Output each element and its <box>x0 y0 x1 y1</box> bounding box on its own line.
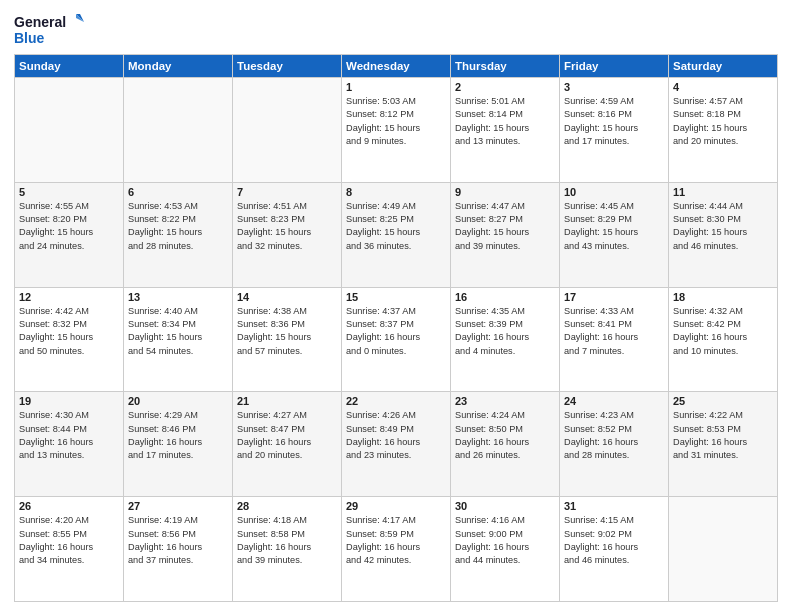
day-number: 19 <box>19 395 119 407</box>
calendar-week-row: 1Sunrise: 5:03 AM Sunset: 8:12 PM Daylig… <box>15 78 778 183</box>
day-number: 5 <box>19 186 119 198</box>
day-number: 22 <box>346 395 446 407</box>
day-number: 16 <box>455 291 555 303</box>
day-info: Sunrise: 4:47 AM Sunset: 8:27 PM Dayligh… <box>455 200 555 253</box>
svg-text:Blue: Blue <box>14 30 45 46</box>
page: General Blue SundayMondayTuesdayWednesda… <box>0 0 792 612</box>
calendar-cell: 2Sunrise: 5:01 AM Sunset: 8:14 PM Daylig… <box>451 78 560 183</box>
calendar-cell: 7Sunrise: 4:51 AM Sunset: 8:23 PM Daylig… <box>233 182 342 287</box>
calendar-cell: 22Sunrise: 4:26 AM Sunset: 8:49 PM Dayli… <box>342 392 451 497</box>
day-info: Sunrise: 4:44 AM Sunset: 8:30 PM Dayligh… <box>673 200 773 253</box>
calendar-body: 1Sunrise: 5:03 AM Sunset: 8:12 PM Daylig… <box>15 78 778 602</box>
calendar-cell: 12Sunrise: 4:42 AM Sunset: 8:32 PM Dayli… <box>15 287 124 392</box>
calendar-cell: 8Sunrise: 4:49 AM Sunset: 8:25 PM Daylig… <box>342 182 451 287</box>
day-number: 29 <box>346 500 446 512</box>
day-number: 12 <box>19 291 119 303</box>
calendar-table: SundayMondayTuesdayWednesdayThursdayFrid… <box>14 54 778 602</box>
col-header-thursday: Thursday <box>451 55 560 78</box>
calendar-week-row: 19Sunrise: 4:30 AM Sunset: 8:44 PM Dayli… <box>15 392 778 497</box>
day-number: 20 <box>128 395 228 407</box>
calendar-cell <box>15 78 124 183</box>
calendar-cell: 18Sunrise: 4:32 AM Sunset: 8:42 PM Dayli… <box>669 287 778 392</box>
day-info: Sunrise: 4:37 AM Sunset: 8:37 PM Dayligh… <box>346 305 446 358</box>
calendar-cell <box>669 497 778 602</box>
day-number: 10 <box>564 186 664 198</box>
day-number: 13 <box>128 291 228 303</box>
day-number: 27 <box>128 500 228 512</box>
day-info: Sunrise: 4:15 AM Sunset: 9:02 PM Dayligh… <box>564 514 664 567</box>
day-info: Sunrise: 5:03 AM Sunset: 8:12 PM Dayligh… <box>346 95 446 148</box>
day-number: 28 <box>237 500 337 512</box>
day-info: Sunrise: 4:18 AM Sunset: 8:58 PM Dayligh… <box>237 514 337 567</box>
day-number: 21 <box>237 395 337 407</box>
day-info: Sunrise: 4:55 AM Sunset: 8:20 PM Dayligh… <box>19 200 119 253</box>
calendar-cell: 9Sunrise: 4:47 AM Sunset: 8:27 PM Daylig… <box>451 182 560 287</box>
calendar-cell: 26Sunrise: 4:20 AM Sunset: 8:55 PM Dayli… <box>15 497 124 602</box>
day-info: Sunrise: 4:57 AM Sunset: 8:18 PM Dayligh… <box>673 95 773 148</box>
day-number: 15 <box>346 291 446 303</box>
day-info: Sunrise: 4:20 AM Sunset: 8:55 PM Dayligh… <box>19 514 119 567</box>
day-info: Sunrise: 4:40 AM Sunset: 8:34 PM Dayligh… <box>128 305 228 358</box>
calendar-week-row: 12Sunrise: 4:42 AM Sunset: 8:32 PM Dayli… <box>15 287 778 392</box>
calendar-cell: 27Sunrise: 4:19 AM Sunset: 8:56 PM Dayli… <box>124 497 233 602</box>
day-info: Sunrise: 4:24 AM Sunset: 8:50 PM Dayligh… <box>455 409 555 462</box>
calendar-cell <box>124 78 233 183</box>
logo-svg: General Blue <box>14 10 84 48</box>
calendar-cell: 6Sunrise: 4:53 AM Sunset: 8:22 PM Daylig… <box>124 182 233 287</box>
calendar-cell: 3Sunrise: 4:59 AM Sunset: 8:16 PM Daylig… <box>560 78 669 183</box>
day-info: Sunrise: 4:29 AM Sunset: 8:46 PM Dayligh… <box>128 409 228 462</box>
calendar-cell: 16Sunrise: 4:35 AM Sunset: 8:39 PM Dayli… <box>451 287 560 392</box>
day-number: 9 <box>455 186 555 198</box>
day-info: Sunrise: 4:22 AM Sunset: 8:53 PM Dayligh… <box>673 409 773 462</box>
calendar-cell: 28Sunrise: 4:18 AM Sunset: 8:58 PM Dayli… <box>233 497 342 602</box>
day-info: Sunrise: 4:59 AM Sunset: 8:16 PM Dayligh… <box>564 95 664 148</box>
header: General Blue <box>14 10 778 48</box>
calendar-header-row: SundayMondayTuesdayWednesdayThursdayFrid… <box>15 55 778 78</box>
calendar-cell: 25Sunrise: 4:22 AM Sunset: 8:53 PM Dayli… <box>669 392 778 497</box>
day-number: 11 <box>673 186 773 198</box>
calendar-week-row: 5Sunrise: 4:55 AM Sunset: 8:20 PM Daylig… <box>15 182 778 287</box>
day-number: 3 <box>564 81 664 93</box>
calendar-cell: 4Sunrise: 4:57 AM Sunset: 8:18 PM Daylig… <box>669 78 778 183</box>
day-number: 7 <box>237 186 337 198</box>
day-number: 17 <box>564 291 664 303</box>
day-number: 18 <box>673 291 773 303</box>
calendar-cell: 31Sunrise: 4:15 AM Sunset: 9:02 PM Dayli… <box>560 497 669 602</box>
calendar-cell: 1Sunrise: 5:03 AM Sunset: 8:12 PM Daylig… <box>342 78 451 183</box>
day-info: Sunrise: 4:26 AM Sunset: 8:49 PM Dayligh… <box>346 409 446 462</box>
day-number: 6 <box>128 186 228 198</box>
day-number: 25 <box>673 395 773 407</box>
calendar-cell: 15Sunrise: 4:37 AM Sunset: 8:37 PM Dayli… <box>342 287 451 392</box>
day-info: Sunrise: 4:33 AM Sunset: 8:41 PM Dayligh… <box>564 305 664 358</box>
day-number: 8 <box>346 186 446 198</box>
calendar-week-row: 26Sunrise: 4:20 AM Sunset: 8:55 PM Dayli… <box>15 497 778 602</box>
day-info: Sunrise: 4:49 AM Sunset: 8:25 PM Dayligh… <box>346 200 446 253</box>
col-header-saturday: Saturday <box>669 55 778 78</box>
logo: General Blue <box>14 10 84 48</box>
calendar-cell: 14Sunrise: 4:38 AM Sunset: 8:36 PM Dayli… <box>233 287 342 392</box>
calendar-cell: 20Sunrise: 4:29 AM Sunset: 8:46 PM Dayli… <box>124 392 233 497</box>
day-info: Sunrise: 4:53 AM Sunset: 8:22 PM Dayligh… <box>128 200 228 253</box>
calendar-cell: 30Sunrise: 4:16 AM Sunset: 9:00 PM Dayli… <box>451 497 560 602</box>
calendar-cell: 5Sunrise: 4:55 AM Sunset: 8:20 PM Daylig… <box>15 182 124 287</box>
day-number: 14 <box>237 291 337 303</box>
day-info: Sunrise: 5:01 AM Sunset: 8:14 PM Dayligh… <box>455 95 555 148</box>
day-info: Sunrise: 4:32 AM Sunset: 8:42 PM Dayligh… <box>673 305 773 358</box>
day-info: Sunrise: 4:38 AM Sunset: 8:36 PM Dayligh… <box>237 305 337 358</box>
calendar-cell: 13Sunrise: 4:40 AM Sunset: 8:34 PM Dayli… <box>124 287 233 392</box>
calendar-cell: 10Sunrise: 4:45 AM Sunset: 8:29 PM Dayli… <box>560 182 669 287</box>
day-info: Sunrise: 4:35 AM Sunset: 8:39 PM Dayligh… <box>455 305 555 358</box>
svg-text:General: General <box>14 14 66 30</box>
day-info: Sunrise: 4:17 AM Sunset: 8:59 PM Dayligh… <box>346 514 446 567</box>
calendar-cell: 19Sunrise: 4:30 AM Sunset: 8:44 PM Dayli… <box>15 392 124 497</box>
day-number: 26 <box>19 500 119 512</box>
col-header-monday: Monday <box>124 55 233 78</box>
calendar-cell: 24Sunrise: 4:23 AM Sunset: 8:52 PM Dayli… <box>560 392 669 497</box>
calendar-cell <box>233 78 342 183</box>
calendar-cell: 17Sunrise: 4:33 AM Sunset: 8:41 PM Dayli… <box>560 287 669 392</box>
day-info: Sunrise: 4:45 AM Sunset: 8:29 PM Dayligh… <box>564 200 664 253</box>
calendar-cell: 29Sunrise: 4:17 AM Sunset: 8:59 PM Dayli… <box>342 497 451 602</box>
col-header-sunday: Sunday <box>15 55 124 78</box>
day-info: Sunrise: 4:27 AM Sunset: 8:47 PM Dayligh… <box>237 409 337 462</box>
col-header-friday: Friday <box>560 55 669 78</box>
